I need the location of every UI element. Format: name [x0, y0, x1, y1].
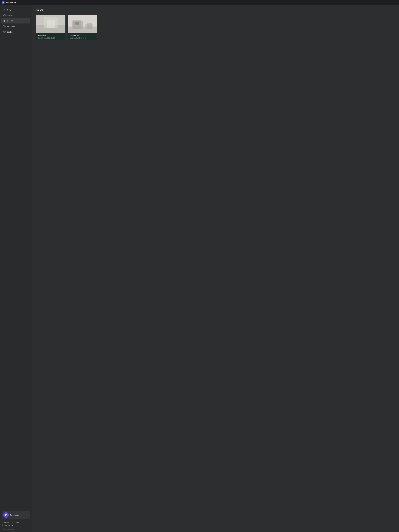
- project-thumb-2: [68, 15, 97, 33]
- updates-link[interactable]: ↙ Updates: [2, 521, 10, 523]
- main-content: Recent: [32, 5, 399, 532]
- svg-point-7: [12, 522, 13, 522]
- project-card-renderin-test[interactable]: renderin test Last Modified 2021-12-25: [68, 15, 97, 40]
- project-info-1: fleetwood1 Last Modified 2022-01-04: [36, 33, 65, 40]
- recent-grid: fleetwood1 Last Modified 2022-01-04: [36, 15, 129, 40]
- user-manual-label: User Manual: [4, 525, 13, 526]
- forum-link[interactable]: Forum: [12, 521, 19, 523]
- project-info-2: renderin test Last Modified 2021-12-25: [68, 33, 97, 40]
- recent-icon: [3, 19, 6, 22]
- app-window: D D5 RENDER + New: [0, 0, 399, 532]
- svg-rect-3: [4, 25, 4, 26]
- project-date-2: Last Modified 2021-12-25: [70, 37, 95, 39]
- avatar: D: [3, 512, 9, 518]
- sidebar-item-explore-label: Explore: [7, 31, 13, 33]
- project-name-2: renderin test: [70, 35, 95, 37]
- forum-label: Forum: [14, 521, 19, 523]
- project-name-1: fleetwood1: [38, 35, 63, 37]
- sidebar-item-recent[interactable]: Recent: [1, 18, 30, 24]
- sidebar-item-recent-label: Recent: [7, 20, 13, 22]
- workflow-icon: [3, 25, 6, 28]
- sidebar: + New Open: [0, 5, 32, 532]
- project-card-fleetwood1[interactable]: fleetwood1 Last Modified 2022-01-04: [36, 15, 65, 40]
- sidebar-nav: + New Open: [0, 7, 32, 509]
- sidebar-item-new-label: New: [7, 9, 11, 11]
- sidebar-bottom: D Semindesign › ↙ Updates: [0, 509, 32, 532]
- title-bar: D D5 RENDER: [0, 0, 399, 5]
- svg-point-6: [12, 521, 13, 523]
- sidebar-item-open[interactable]: Open: [1, 13, 30, 18]
- project-date-1: Last Modified 2022-01-04: [38, 37, 63, 39]
- main-layout: + New Open: [0, 5, 399, 532]
- user-card[interactable]: D Semindesign ›: [2, 511, 30, 519]
- sidebar-item-explore[interactable]: Explore: [1, 29, 30, 35]
- forum-icon: [12, 521, 13, 523]
- app-title: D5 RENDER: [6, 1, 16, 3]
- version-text: Version 2.0.5.0320: [2, 528, 30, 530]
- updates-label: Updates: [4, 521, 10, 523]
- sidebar-item-workflow-label: Workflow: [7, 25, 15, 27]
- bottom-links: ↙ Updates Forum: [2, 521, 30, 526]
- app-logo: D: [2, 1, 5, 4]
- open-icon: [3, 14, 6, 17]
- explore-icon: [3, 31, 6, 33]
- svg-point-15: [58, 21, 59, 22]
- chevron-right-icon: ›: [28, 514, 29, 516]
- sidebar-item-new[interactable]: + New: [1, 7, 30, 13]
- svg-rect-22: [87, 23, 92, 29]
- section-title: Recent: [36, 9, 394, 12]
- svg-rect-20: [75, 22, 79, 25]
- sidebar-item-open-label: Open: [7, 14, 12, 16]
- user-manual-icon: [2, 524, 3, 526]
- svg-rect-4: [5, 26, 5, 27]
- new-icon: +: [3, 9, 6, 11]
- sidebar-item-workflow[interactable]: Workflow: [1, 24, 30, 29]
- updates-icon: ↙: [2, 521, 3, 523]
- project-thumb-1: [36, 15, 65, 33]
- user-name: Semindesign: [10, 514, 26, 516]
- user-manual-link[interactable]: User Manual: [2, 524, 13, 526]
